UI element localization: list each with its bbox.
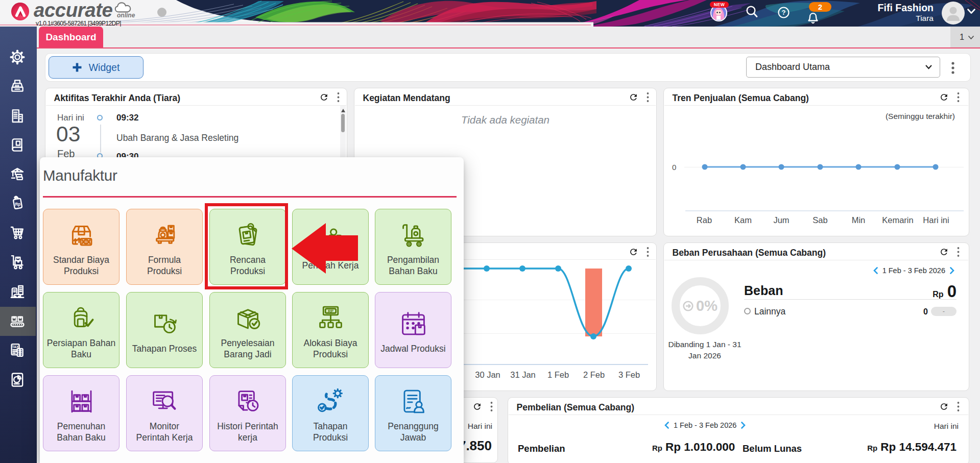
svg-text:RP: RP	[327, 308, 333, 313]
svg-text:TAX: TAX	[12, 345, 19, 348]
svg-text:RP: RP	[83, 239, 88, 243]
svg-text:Rp: Rp	[15, 202, 20, 207]
svg-text:?: ?	[782, 9, 786, 16]
